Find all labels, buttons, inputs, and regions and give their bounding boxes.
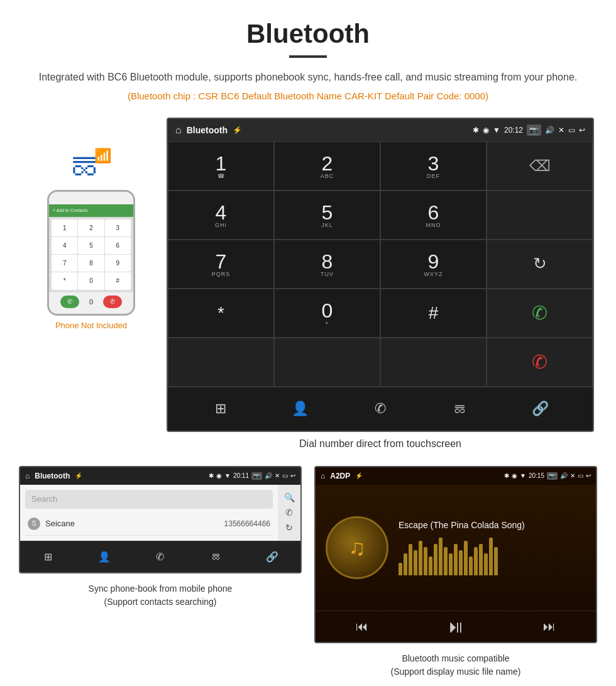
back-icon[interactable]: ↩ [579, 126, 585, 135]
phone-key-1[interactable]: 1 [52, 219, 77, 236]
music-android-screen: ⌂ A2DP ⚡ ✱ ◉ ▼ 20:15 📷 🔊 ✕ ▭ ↩ [314, 466, 597, 643]
viz-bar-15 [469, 556, 473, 575]
search-placeholder: Search [31, 494, 57, 504]
dial-caption: Dial number direct from touchscreen [167, 432, 594, 460]
ms-status-left: ⌂ A2DP ⚡ [321, 472, 363, 480]
status-bar-right: ✱ ◉ ▼ 20:12 📷 🔊 ✕ ▭ ↩ [473, 124, 585, 136]
dial-key-refresh[interactable]: ↻ [487, 240, 593, 289]
toolbar-grid-icon[interactable]: ⊞ [205, 393, 236, 424]
music-note-icon: ♫ [349, 534, 366, 561]
phone-key-8[interactable]: 8 [78, 255, 104, 272]
phone-section: ⯹ 📶 + Add to Contacts 1 2 3 4 5 6 7 8 [22, 143, 160, 330]
dial-key-5[interactable]: 5JKL [274, 191, 380, 240]
phone-key-3[interactable]: 3 [105, 219, 131, 236]
phone-key-9[interactable]: 9 [105, 255, 131, 272]
dial-screen-container: ⌂ Bluetooth ⚡ ✱ ◉ ▼ 20:12 📷 🔊 ✕ ▭ ↩ [167, 118, 594, 460]
viz-bar-17 [479, 544, 483, 575]
wifi-status-icon: ▼ [493, 126, 500, 135]
play-pause-button[interactable]: ⏯ [443, 614, 468, 639]
ms-loc-icon: ◉ [512, 472, 517, 479]
ms-vol-icon: 🔊 [560, 472, 568, 479]
viz-bar-3 [409, 544, 412, 575]
dial-key-9[interactable]: 9WXYZ [380, 240, 487, 289]
music-controls: ⏮ ⏯ ⏭ [316, 611, 596, 642]
dial-key-backspace[interactable]: ⌫ [487, 141, 593, 191]
dial-key-star[interactable]: * [168, 289, 274, 338]
pb-toolbar-bluetooth[interactable]: ⯹ [205, 545, 228, 568]
dial-key-6[interactable]: 6MNO [380, 191, 487, 240]
dialpad-area: 1☎ 2ABC 3DEF ⌫ 4GHI 5JKL [168, 141, 593, 387]
phone-key-7[interactable]: 7 [52, 255, 77, 272]
dial-key-3[interactable]: 3DEF [380, 141, 487, 191]
pb-wifi-icon: ▼ [224, 472, 231, 479]
phone-key-6[interactable]: 6 [105, 237, 131, 254]
phone-key-4[interactable]: 4 [52, 237, 77, 254]
main-content: ⯹ 📶 + Add to Contacts 1 2 3 4 5 6 7 8 [0, 118, 616, 460]
ms-home-icon[interactable]: ⌂ [321, 472, 325, 480]
phone-bottom: ✆ 0 ✆ [49, 292, 133, 311]
dial-end-button[interactable]: ✆ [487, 338, 593, 387]
dial-key-1[interactable]: 1☎ [168, 141, 274, 191]
phone-end-button[interactable]: ✆ [103, 296, 122, 308]
dial-empty-5a [168, 338, 274, 387]
pb-toolbar-link[interactable]: 🔗 [261, 545, 283, 568]
contact-letter-badge: S [28, 517, 40, 530]
pb-toolbar-phone[interactable]: ✆ [149, 545, 172, 568]
phone-zero-btn[interactable]: 0 [89, 298, 93, 306]
phonebook-side-icons: 🔍 ✆ ↻ [278, 485, 300, 541]
pb-x-icon: ✕ [275, 472, 280, 479]
toolbar-link-icon[interactable]: 🔗 [524, 393, 556, 424]
phone-call-button[interactable]: ✆ [60, 296, 79, 308]
camera-icon: 📷 [527, 124, 541, 136]
dial-key-2[interactable]: 2ABC [274, 141, 380, 191]
music-screenshot-item: ⌂ A2DP ⚡ ✱ ◉ ▼ 20:15 📷 🔊 ✕ ▭ ↩ [314, 466, 597, 683]
dial-call-button[interactable]: ✆ [487, 289, 593, 338]
phone-key-0[interactable]: 0 [78, 272, 104, 289]
contact-row[interactable]: S Seicane 13566664466 [25, 512, 273, 536]
pb-toolbar-person[interactable]: 👤 [93, 545, 116, 568]
toolbar-phone-icon[interactable]: ✆ [365, 393, 396, 424]
bottom-screenshots: ⌂ Bluetooth ⚡ ✱ ◉ ▼ 20:11 📷 🔊 ✕ ▭ ↩ [0, 466, 616, 683]
viz-bar-8 [434, 544, 437, 575]
viz-bar-2 [404, 553, 407, 575]
pb-back-icon[interactable]: ↩ [290, 472, 295, 479]
dial-bottom-toolbar: ⊞ 👤 ✆ ⯹ 🔗 [168, 387, 593, 431]
phone-key-5[interactable]: 5 [78, 237, 104, 254]
next-track-button[interactable]: ⏭ [537, 614, 562, 639]
status-time: 20:12 [504, 126, 523, 135]
status-bar-left: ⌂ Bluetooth ⚡ [175, 124, 242, 136]
phonebook-caption-line1: Sync phone-book from mobile phone [89, 584, 233, 594]
dial-key-8[interactable]: 8TUV [274, 240, 380, 289]
phone-key-hash[interactable]: # [105, 272, 131, 289]
dial-key-4[interactable]: 4GHI [168, 191, 274, 240]
ms-bt-icon: ✱ [504, 472, 509, 479]
pb-home-icon[interactable]: ⌂ [25, 472, 30, 480]
pb-loc-icon: ◉ [216, 472, 222, 479]
ms-back-icon[interactable]: ↩ [586, 472, 591, 479]
ms-usb-icon: ⚡ [355, 472, 363, 479]
dial-key-7[interactable]: 7PQRS [168, 240, 274, 289]
phone-not-included-label: Phone Not Included [55, 321, 127, 330]
dial-key-0[interactable]: 0+ [274, 289, 380, 338]
dial-key-hash[interactable]: # [380, 289, 487, 338]
music-song-title: Escape (The Pina Colada Song) [399, 520, 586, 530]
contact-phone: 13566664466 [224, 519, 270, 528]
title-underline [289, 55, 327, 58]
phone-key-2[interactable]: 2 [78, 219, 104, 236]
toolbar-person-icon[interactable]: 👤 [285, 393, 316, 424]
toolbar-bluetooth-icon[interactable]: ⯹ [444, 393, 476, 424]
home-icon[interactable]: ⌂ [175, 124, 182, 136]
side-phone-icon[interactable]: ✆ [285, 507, 293, 517]
phonebook-status-bar: ⌂ Bluetooth ⚡ ✱ ◉ ▼ 20:11 📷 🔊 ✕ ▭ ↩ [20, 467, 300, 485]
viz-bar-16 [474, 547, 478, 575]
viz-bar-4 [414, 550, 417, 575]
phone-key-star[interactable]: * [52, 272, 77, 289]
music-caption-line1: Bluetooth music compatible [402, 653, 509, 663]
phonebook-search-box[interactable]: Search [25, 490, 273, 509]
music-caption-line2: (Support display music file name) [391, 667, 521, 677]
pb-toolbar-grid[interactable]: ⊞ [37, 545, 60, 568]
ms-x-icon: ✕ [570, 472, 575, 479]
prev-track-button[interactable]: ⏮ [349, 614, 375, 639]
side-search-icon[interactable]: 🔍 [284, 492, 295, 502]
side-refresh-icon[interactable]: ↻ [285, 523, 293, 533]
